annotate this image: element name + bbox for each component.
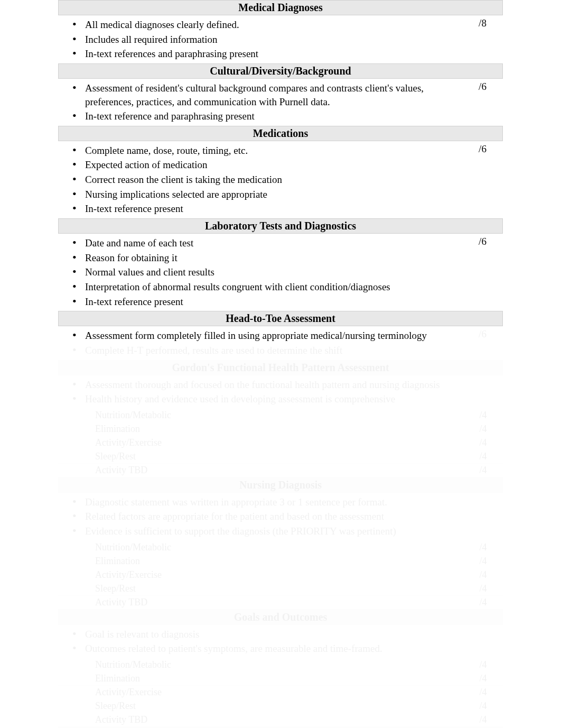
sub-row: Nutrition/Metabolic/4 (58, 541, 503, 555)
section-goals-outcomes: Goals and Outcomes Goal is relevant to d… (0, 610, 561, 727)
sub-table: Nutrition/Metabolic/4 Elimination/4 Acti… (58, 409, 503, 477)
score-value (463, 493, 502, 541)
bullet-item: Includes all required information (85, 32, 457, 47)
section-title: Goals and Outcomes (58, 610, 503, 625)
bullet-item: Date and name of each test (85, 236, 457, 251)
sub-row: Nutrition/Metabolic/4 (58, 409, 503, 422)
score-value (463, 375, 502, 409)
section-content: Date and name of each test Reason for ob… (58, 234, 503, 311)
rubric-page: Medical Diagnoses All medical diagnoses … (0, 0, 561, 728)
faded-region: Gordon's Functional Health Pattern Asses… (0, 360, 561, 728)
sub-row: Activity/Exercise/4 (58, 686, 503, 699)
score-value: /6 (463, 234, 502, 311)
bullet-item: Evidence is sufficient to support the di… (85, 524, 457, 539)
bullet-item: Complete H-T performed, results are used… (85, 343, 457, 358)
bullet-item: Interpretation of abnormal results congr… (85, 280, 457, 294)
section-content: Goal is relevant to diagnosis Outcomes r… (58, 625, 503, 658)
section-content: Diagnostic statement was written in appr… (58, 493, 503, 541)
section-content: Assessment thorough and focused on the f… (58, 375, 503, 409)
criteria: Goal is relevant to diagnosis Outcomes r… (59, 625, 463, 658)
sub-row: Elimination/4 (58, 555, 503, 568)
section-cultural: Cultural/Diversity/Background Assessment… (0, 63, 561, 126)
section-content: Assessment of resident's cultural backgr… (58, 79, 503, 126)
bullet-item: Outcomes related to patient's symptoms, … (85, 641, 457, 656)
section-medical-diagnoses: Medical Diagnoses All medical diagnoses … (0, 0, 561, 63)
sub-row: Activity TBD/4 (58, 713, 503, 727)
section-content: All medical diagnoses clearly defined. I… (58, 15, 503, 63)
bullet-item: Normal values and client results (85, 265, 457, 280)
score-value: /6 (463, 141, 502, 218)
bullet-item: Reason for obtaining it (85, 251, 457, 265)
bullet-item: Goal is relevant to diagnosis (85, 627, 457, 642)
bullet-item: Complete name, dose, route, timing, etc. (85, 143, 457, 158)
bullet-item: All medical diagnoses clearly defined. (85, 17, 457, 32)
section-title: Medical Diagnoses (58, 0, 503, 15)
section-title: Head-to-Toe Assessment (58, 311, 503, 326)
section-title: Nursing Diagnosis (58, 477, 503, 493)
section-nursing-diagnosis: Nursing Diagnosis Diagnostic statement w… (0, 477, 561, 610)
bullet-item: In-text references and paraphrasing pres… (85, 47, 457, 61)
sub-row: Elimination/4 (58, 672, 503, 686)
section-content: Complete name, dose, route, timing, etc.… (58, 141, 503, 218)
bullet-item: In-text reference present (85, 294, 457, 309)
score-value: /6 (463, 79, 502, 126)
sub-row: Activity/Exercise/4 (58, 568, 503, 582)
sub-table: Nutrition/Metabolic/4 Elimination/4 Acti… (58, 658, 503, 727)
criteria: All medical diagnoses clearly defined. I… (59, 15, 463, 63)
score-value: /6 (463, 326, 502, 360)
section-content: Assessment form completely filled in usi… (58, 326, 503, 360)
section-head-to-toe: Head-to-Toe Assessment Assessment form c… (0, 311, 561, 360)
sub-table: Nutrition/Metabolic/4 Elimination/4 Acti… (58, 541, 503, 610)
bullet-item: Assessment thorough and focused on the f… (85, 377, 457, 392)
sub-row: Sleep/Rest/4 (58, 699, 503, 713)
section-title: Laboratory Tests and Diagnostics (58, 218, 503, 234)
sub-row: Sleep/Rest/4 (58, 450, 503, 464)
sub-row: Sleep/Rest/4 (58, 582, 503, 596)
sub-row: Activity/Exercise/4 (58, 436, 503, 450)
score-value: /8 (463, 15, 502, 63)
score-value (463, 625, 502, 658)
sub-row: Elimination/4 (58, 422, 503, 436)
criteria: Assessment thorough and focused on the f… (59, 375, 463, 409)
bullet-item: Related factors are appropriate for the … (85, 509, 457, 524)
section-medications: Medications Complete name, dose, route, … (0, 126, 561, 218)
criteria: Complete name, dose, route, timing, etc.… (59, 141, 463, 218)
section-title: Medications (58, 126, 503, 141)
bullet-item: Assessment of resident's cultural backgr… (85, 81, 457, 109)
section-title: Cultural/Diversity/Background (58, 63, 503, 79)
section-gordons: Gordon's Functional Health Pattern Asses… (0, 360, 561, 477)
section-title: Gordon's Functional Health Pattern Asses… (58, 360, 503, 375)
criteria: Diagnostic statement was written in appr… (59, 493, 463, 541)
bullet-item: Correct reason the client is taking the … (85, 172, 457, 187)
bullet-item: Assessment form completely filled in usi… (85, 328, 457, 343)
bullet-item: Health history and evidence used in deve… (85, 392, 457, 407)
sub-row: Nutrition/Metabolic/4 (58, 658, 503, 672)
bullet-item: Diagnostic statement was written in appr… (85, 495, 457, 510)
criteria: Assessment form completely filled in usi… (59, 326, 463, 360)
bullet-item: Nursing implications selected are approp… (85, 187, 457, 202)
sub-row: Activity TBD/4 (58, 596, 503, 610)
bullet-item: In-text reference and paraphrasing prese… (85, 109, 457, 124)
criteria: Date and name of each test Reason for ob… (59, 234, 463, 311)
bullet-item: In-text reference present (85, 201, 457, 216)
bullet-item: Expected action of medication (85, 158, 457, 172)
criteria: Assessment of resident's cultural backgr… (59, 79, 463, 126)
section-laboratory: Laboratory Tests and Diagnostics Date an… (0, 218, 561, 311)
sub-row: Activity TBD/4 (58, 464, 503, 477)
